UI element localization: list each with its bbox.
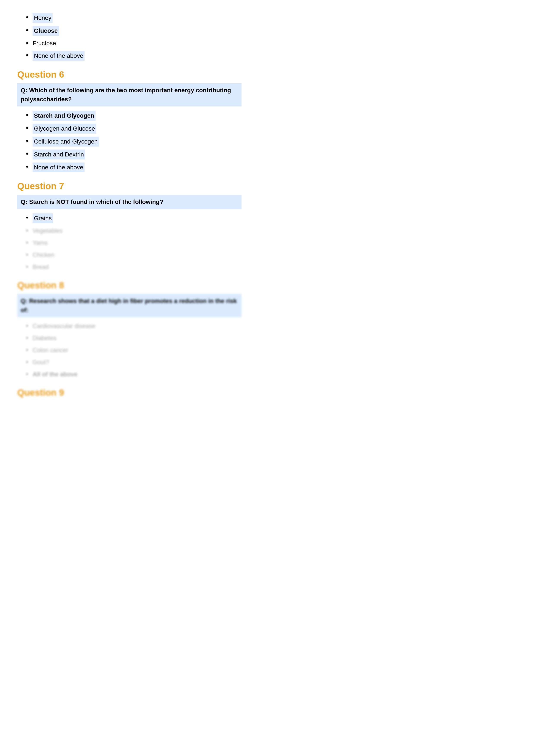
- answer-cvd: Cardiovascular disease: [33, 322, 95, 331]
- question7-answer-list: Grains: [26, 213, 241, 223]
- question5-answer-list: Honey Glucose Fructose None of the above: [26, 13, 241, 61]
- list-item: Glucose: [26, 26, 241, 36]
- answer-starch-glycogen: Starch and Glycogen: [33, 111, 96, 121]
- question7-blurred-list: Vegetables Yams Chicken Bread: [26, 226, 241, 272]
- list-item: Starch and Glycogen: [26, 111, 241, 121]
- answer-glucose: Glucose: [33, 26, 59, 36]
- list-item: Cardiovascular disease: [26, 322, 241, 331]
- list-item: Cellulose and Glycogen: [26, 137, 241, 147]
- list-item: Colon cancer: [26, 346, 241, 355]
- answer-all-above: All of the above: [33, 370, 77, 379]
- question6-text: Q: Which of the following are the two mo…: [17, 83, 241, 106]
- question6-answer-list: Starch and Glycogen Glycogen and Glucose…: [26, 111, 241, 173]
- answer-bread: Bread: [33, 262, 49, 272]
- answer-chicken: Chicken: [33, 251, 54, 259]
- list-item: Yams: [26, 238, 241, 247]
- list-item: Honey: [26, 13, 241, 23]
- list-item: Glycogen and Glucose: [26, 124, 241, 134]
- list-item: Bread: [26, 262, 241, 272]
- list-item: Fructose: [26, 39, 241, 48]
- list-item: None of the above: [26, 51, 241, 61]
- question8-text: Q: Research shows that a diet high in fi…: [17, 294, 241, 317]
- list-item: Chicken: [26, 251, 241, 259]
- question8-heading: Question 8: [17, 280, 241, 290]
- answer-vegetables: Vegetables: [33, 226, 63, 235]
- answer-colon-cancer: Colon cancer: [33, 346, 68, 355]
- question7-heading: Question 7: [17, 181, 241, 191]
- answer-grains: Grains: [33, 213, 53, 223]
- answer-none-above-q5: None of the above: [33, 51, 85, 61]
- answer-fructose: Fructose: [33, 39, 56, 48]
- question8-blurred-list: Cardiovascular disease Diabetes Colon ca…: [26, 322, 241, 379]
- list-item: Grains: [26, 213, 241, 223]
- question7-text: Q: Starch is NOT found in which of the f…: [17, 195, 241, 209]
- answer-starch-dextrin: Starch and Dextrin: [33, 149, 85, 159]
- list-item: All of the above: [26, 370, 241, 379]
- answer-none-above-q6: None of the above: [33, 162, 85, 173]
- answer-honey: Honey: [33, 13, 53, 23]
- answer-yams: Yams: [33, 238, 48, 247]
- answer-glycogen-glucose: Glycogen and Glucose: [33, 124, 96, 134]
- list-item: Vegetables: [26, 226, 241, 235]
- list-item: None of the above: [26, 162, 241, 173]
- list-item: Gout?: [26, 358, 241, 367]
- answer-gout: Gout?: [33, 358, 49, 367]
- answer-diabetes: Diabetes: [33, 334, 56, 343]
- list-item: Starch and Dextrin: [26, 149, 241, 159]
- question6-heading: Question 6: [17, 69, 241, 80]
- answer-cellulose-glycogen: Cellulose and Glycogen: [33, 137, 99, 147]
- question9-heading: Question 9: [17, 388, 241, 398]
- list-item: Diabetes: [26, 334, 241, 343]
